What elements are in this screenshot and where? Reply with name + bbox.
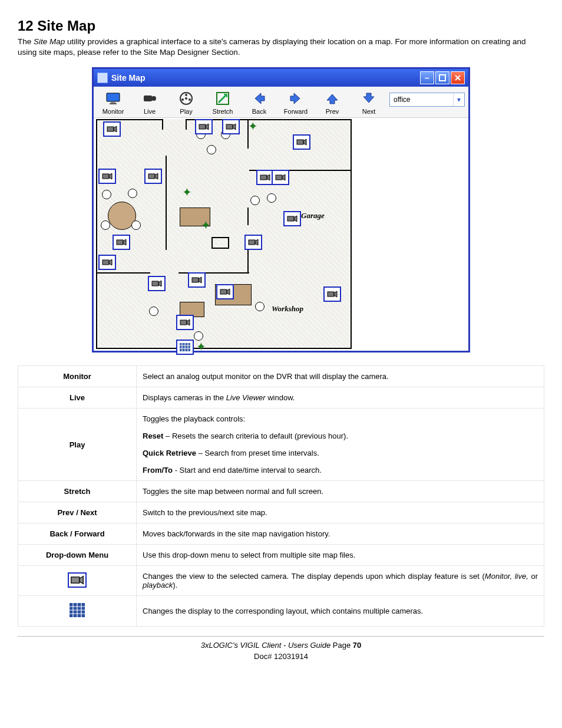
svg-rect-18 [260,175,267,180]
table-row: Monitor Select an analog output monitor … [18,366,544,387]
toolbar-label: Live [134,108,166,115]
toolbar-label: Play [170,108,202,115]
svg-rect-16 [103,174,109,179]
camera-marker-icon [68,572,87,588]
live-button[interactable]: Live [134,90,166,115]
dropdown-value: office [390,95,453,104]
row-text: Toggles the site map between normal and … [137,481,544,502]
window-title: Site Map [111,73,420,83]
svg-point-9 [189,98,191,101]
row-text: Toggles the playback controls: Reset – R… [137,409,544,481]
page-footer: 3xLOGIC's VIGIL Client - Users Guide Pag… [18,636,544,661]
monitor-icon [97,90,129,107]
chevron-down-icon: ▾ [453,93,464,106]
camera-marker[interactable] [176,315,194,330]
prev-button[interactable]: Prev [316,90,348,115]
arrow-left-icon [243,90,275,107]
camera-marker[interactable] [222,119,240,134]
svg-rect-21 [117,240,123,245]
grid-layout-icon [68,602,86,618]
svg-rect-30 [71,577,80,583]
camera-marker[interactable] [188,272,206,288]
row-text: Moves back/forwards in the site map navi… [137,523,544,545]
row-icon-cell [18,566,137,596]
description-table: Monitor Select an analog output monitor … [18,365,544,627]
svg-rect-20 [287,216,294,221]
svg-rect-3 [110,103,117,104]
svg-rect-2 [111,102,115,103]
table-row: Back / Forward Moves back/forwards in th… [18,523,544,545]
svg-rect-28 [180,320,187,325]
camera-marker[interactable] [293,134,310,150]
toolbar: Monitor Live Play Stretch Back [94,87,468,118]
table-row: Play Toggles the playback controls: Rese… [18,409,544,481]
table-row: Prev / Next Switch to the previous/next … [18,502,544,523]
arrow-right-icon [280,90,312,107]
row-label: Drop-down Menu [18,545,137,566]
table-row: Stretch Toggles the site map between nor… [18,481,544,502]
arrow-up-icon [316,90,348,107]
camera-marker[interactable] [144,169,162,184]
camera-marker[interactable] [283,211,301,226]
svg-rect-14 [226,124,233,129]
camera-marker[interactable] [113,235,130,250]
play-button[interactable]: Play [170,90,202,115]
svg-rect-27 [328,292,334,297]
svg-rect-1 [107,93,120,101]
toolbar-label: Stretch [207,108,239,115]
toolbar-label: Monitor [97,108,129,115]
back-button[interactable]: Back [243,90,275,115]
arrow-down-icon [353,90,385,107]
camera-marker[interactable] [195,119,213,134]
layout-marker[interactable] [176,340,194,355]
camera-marker[interactable] [98,169,116,184]
row-label: Monitor [18,366,137,387]
row-label: Prev / Next [18,502,137,523]
site-map-window: Site Map Monitor Live [92,67,470,353]
minimize-button[interactable] [420,71,434,84]
table-row: Live Displays cameras in the Live Viewer… [18,387,544,409]
plant-icon: ✦ [196,340,206,354]
camera-marker[interactable] [103,121,121,137]
camera-marker[interactable] [216,284,234,299]
camera-icon [134,90,166,107]
svg-point-10 [185,97,187,100]
row-label: Live [18,387,137,409]
section-heading: 12 Site Map [18,18,544,34]
map-select-dropdown[interactable]: office ▾ [389,93,465,107]
reel-icon [170,90,202,107]
camera-marker[interactable] [98,255,116,270]
svg-rect-13 [199,124,206,129]
row-text: Switch to the previous/next site map. [137,502,544,523]
svg-rect-4 [144,95,152,101]
workshop-label: Workshop [272,304,303,314]
row-text: Select an analog output monitor on the D… [137,366,544,387]
svg-rect-22 [103,260,109,265]
stretch-button[interactable]: Stretch [207,90,239,115]
forward-button[interactable]: Forward [280,90,312,115]
stretch-icon [207,90,239,107]
svg-point-5 [151,96,156,101]
svg-rect-0 [439,75,445,81]
svg-rect-24 [192,278,199,282]
camera-marker[interactable] [148,276,166,291]
row-label: Stretch [18,481,137,502]
camera-marker[interactable] [244,235,262,250]
svg-rect-25 [249,240,255,245]
row-text: Use this drop-down menu to select from m… [137,545,544,566]
next-button[interactable]: Next [353,90,385,115]
svg-point-8 [181,98,184,101]
maximize-button[interactable] [435,71,449,84]
svg-rect-19 [276,175,282,180]
table-row: Changes the display to the corresponding… [18,596,544,627]
svg-rect-17 [148,174,155,179]
camera-marker[interactable] [272,170,289,185]
table-row: Changes the view to the selected camera.… [18,566,544,596]
site-map-canvas[interactable]: ✦ ✦ ✦ ✦ Garage Workshop [94,118,450,351]
svg-point-7 [185,94,187,96]
camera-marker[interactable] [323,286,341,302]
svg-rect-12 [107,127,114,131]
close-button[interactable] [451,71,465,84]
plant-icon: ✦ [248,119,258,133]
monitor-button[interactable]: Monitor [97,90,129,115]
